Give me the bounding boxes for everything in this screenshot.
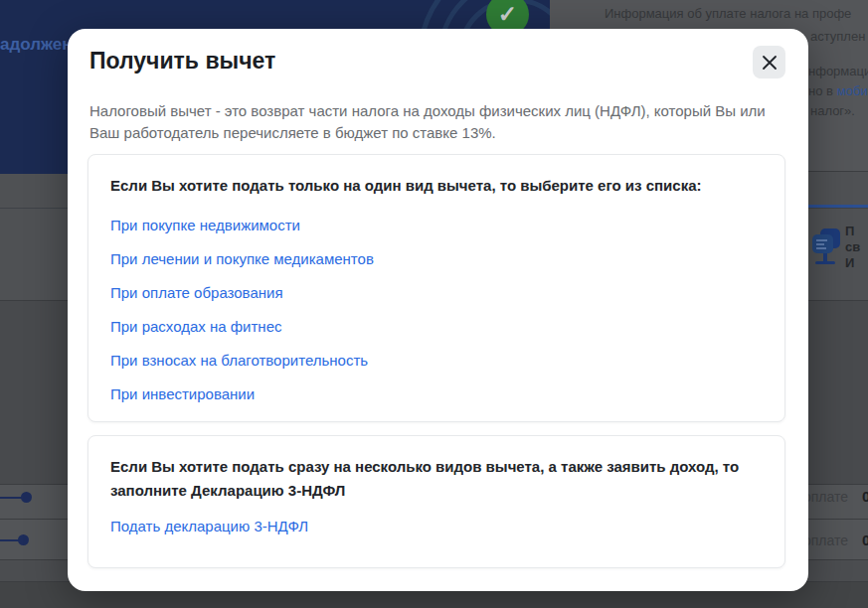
link-education-payment[interactable]: При оплате образования — [110, 275, 283, 309]
background-bold-fragment: И — [845, 255, 854, 270]
background-info-text: Информация об уплате налога на профе — [605, 6, 868, 21]
background-text-fragment: но в — [808, 83, 837, 98]
link-charity-contributions[interactable]: При взносах на благотворительность — [110, 343, 368, 377]
slider-handle — [21, 492, 32, 503]
background-bold-fragment: св — [845, 239, 860, 254]
monitor-chat-icon — [810, 227, 840, 278]
pay-label: оплате — [803, 489, 848, 505]
active-tab-indicator — [808, 205, 868, 208]
background-text-fragment: но в моби — [808, 83, 867, 98]
link-investment[interactable]: При инвестировании — [110, 377, 255, 410]
background-bold-fragment: П — [845, 224, 854, 238]
modal-title: Получить вычет — [89, 48, 275, 75]
background-text-fragment: налог». — [810, 103, 855, 118]
link-file-3ndfl-declaration[interactable]: Подать декларацию 3-НДФЛ — [110, 509, 308, 542]
link-medical-treatment[interactable]: При лечении и покупке медикаментов — [110, 241, 374, 275]
multi-card-heading: Если Вы хотите подать сразу на несколько… — [110, 455, 769, 503]
pay-value: 0 — [862, 488, 868, 505]
single-card-heading: Если Вы хотите подать только на один вид… — [110, 174, 763, 198]
get-deduction-modal: Получить вычет Налоговый вычет - это воз… — [68, 29, 808, 591]
slider-handle — [18, 534, 29, 545]
pay-label: оплате — [803, 532, 848, 548]
single-deduction-card: Если Вы хотите подать только на один вид… — [87, 154, 785, 422]
close-icon — [762, 55, 778, 71]
background-text-fragment: нформаци — [808, 64, 868, 78]
multi-deduction-card: Если Вы хотите подать сразу на несколько… — [87, 435, 785, 568]
modal-description: Налоговый вычет - это возврат части нало… — [89, 100, 778, 144]
close-button[interactable] — [753, 46, 785, 78]
link-property-purchase[interactable]: При покупке недвижимости — [110, 208, 300, 241]
pay-amount-row: оплате0 — [803, 488, 868, 505]
debt-status-text-fragment: адолжен — [0, 35, 73, 55]
pay-amount-row: оплате0 — [803, 532, 868, 548]
pay-value: 0 — [862, 532, 868, 548]
background-link-fragment: моби — [837, 83, 868, 98]
background-text-fragment: аступлен — [810, 29, 865, 44]
link-fitness-expenses[interactable]: При расходах на фитнес — [110, 309, 281, 343]
